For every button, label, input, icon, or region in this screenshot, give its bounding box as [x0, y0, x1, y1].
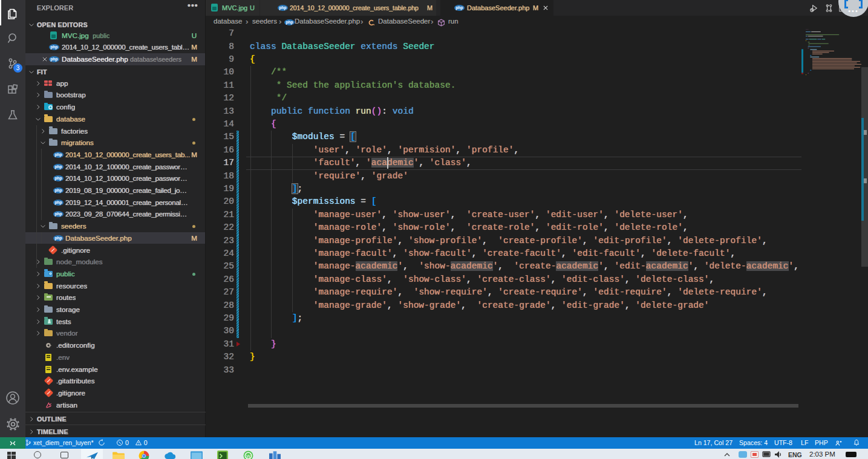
svg-text:W: W: [246, 454, 250, 459]
